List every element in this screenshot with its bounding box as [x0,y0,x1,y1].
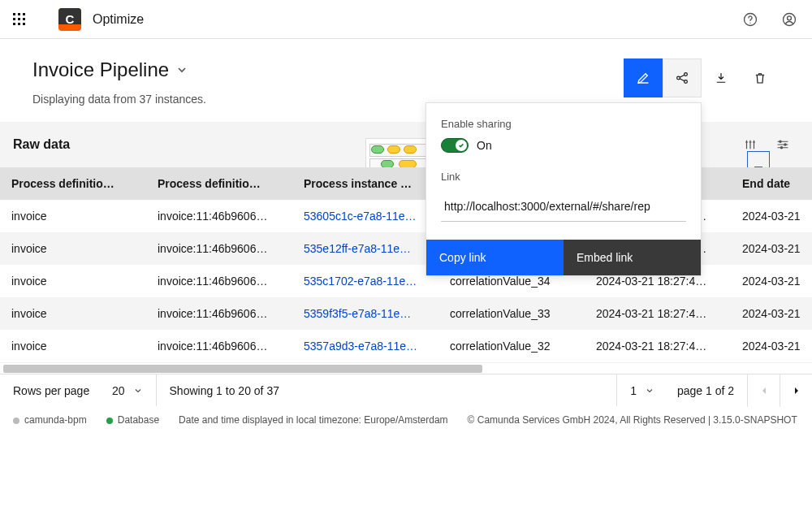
rows-per-page-value[interactable]: 20 [112,384,125,397]
table-cell: 2024-03-21 [731,232,812,265]
svg-rect-7 [18,23,20,25]
page-title: Invoice Pipeline [32,58,169,81]
range-text: Showing 1 to 20 of 37 [170,384,279,397]
next-page-button[interactable] [780,374,812,407]
table-cell: 2024-03-21 18:27:4… [585,297,731,330]
toggle-state-label: On [477,139,492,152]
table-cell[interactable]: 53605c1c-e7a8-11e… [292,200,438,232]
table-row: invoiceinvoice:11:46b9606…5357a9d3-e7a8-… [0,330,812,362]
svg-point-17 [784,144,786,145]
user-icon[interactable] [773,3,806,36]
table-cell: invoice [0,265,146,297]
app-logo: C [58,8,81,31]
svg-point-18 [780,147,782,149]
table-cell: 2024-03-21 [731,200,812,232]
svg-point-12 [788,15,792,19]
share-popover: Enable sharing On Link Copy link Embed l… [425,102,702,276]
svg-point-11 [784,13,796,25]
table-cell: invoice:11:46b9606… [146,265,292,297]
column-header[interactable]: End date [731,167,812,200]
table-cell: invoice [0,297,146,330]
svg-rect-0 [13,13,15,15]
table-cell: 2024-03-21 [731,330,812,362]
svg-rect-8 [23,23,25,25]
share-button[interactable] [663,58,702,97]
svg-point-16 [780,141,781,142]
edit-button[interactable] [624,58,663,97]
check-icon [456,140,467,151]
svg-rect-6 [13,23,15,25]
delete-button[interactable] [741,58,780,97]
table-cell[interactable]: 535c1702-e7a8-11e… [292,265,438,297]
apps-grid-icon[interactable] [6,6,32,32]
title-chevron-icon[interactable] [175,63,188,76]
table-cell: 2024-03-21 [731,297,812,330]
chevron-down-icon[interactable] [133,386,143,396]
timezone-text: Date and time displayed in local timezon… [179,414,448,426]
table-cell: invoice:11:46b9606… [146,200,292,232]
sharing-toggle[interactable] [441,138,469,153]
chevron-down-icon[interactable] [645,386,654,396]
page-number-value[interactable]: 1 [630,384,637,397]
prev-page-button[interactable] [747,374,780,407]
topbar: C Optimize [0,0,812,39]
copy-link-button[interactable]: Copy link [426,240,564,275]
table-cell: 2024-03-21 [731,265,812,297]
footer: camunda-bpm Database Date and time displ… [0,406,812,434]
horizontal-scrollbar[interactable] [0,362,812,374]
table-cell: invoice [0,232,146,265]
table-cell: correlationValue_33 [438,297,585,330]
table-cell: invoice:11:46b9606… [146,297,292,330]
settings-icon[interactable] [767,128,799,161]
table-cell[interactable]: 5357a9d3-e7a8-11e… [292,330,438,362]
embed-link-button[interactable]: Embed link [564,240,701,275]
svg-rect-4 [18,18,20,20]
svg-rect-3 [13,18,15,20]
help-icon[interactable] [734,3,767,36]
app-name: Optimize [93,12,144,27]
table-cell[interactable]: 535e12ff-e7a8-11e… [292,232,438,265]
svg-rect-1 [18,13,20,15]
share-link-input[interactable] [441,191,686,222]
column-header[interactable]: Process definitio… [146,167,292,200]
table-cell: 2024-03-21 18:27:4… [585,330,731,362]
pagination-bar: Rows per page 20 Showing 1 to 20 of 37 1… [0,374,812,406]
table-cell: invoice [0,330,146,362]
svg-point-10 [749,22,750,23]
table-cell[interactable]: 5359f3f5-e7a8-11e… [292,297,438,330]
enable-sharing-label: Enable sharing [441,118,686,130]
copyright-text: © Camunda Services GmbH 2024, All Rights… [468,414,797,426]
page-of-text: page 1 of 2 [677,384,734,397]
table-row: invoiceinvoice:11:46b9606…5359f3f5-e7a8-… [0,297,812,330]
svg-rect-2 [23,13,25,15]
rows-per-page-label: Rows per page [13,384,89,397]
table-cell: invoice [0,200,146,232]
engine-status: camunda-bpm [13,414,87,426]
action-bar [624,58,780,97]
section-title: Raw data [13,137,70,152]
link-label: Link [441,171,686,183]
table-cell: invoice:11:46b9606… [146,232,292,265]
database-status: Database [106,414,159,426]
svg-rect-5 [23,18,25,20]
column-header[interactable]: Process definitio… [0,167,146,200]
table-cell: correlationValue_32 [438,330,585,362]
table-cell: invoice:11:46b9606… [146,330,292,362]
column-header[interactable]: Process instance … [292,167,438,200]
download-button[interactable] [702,58,741,97]
